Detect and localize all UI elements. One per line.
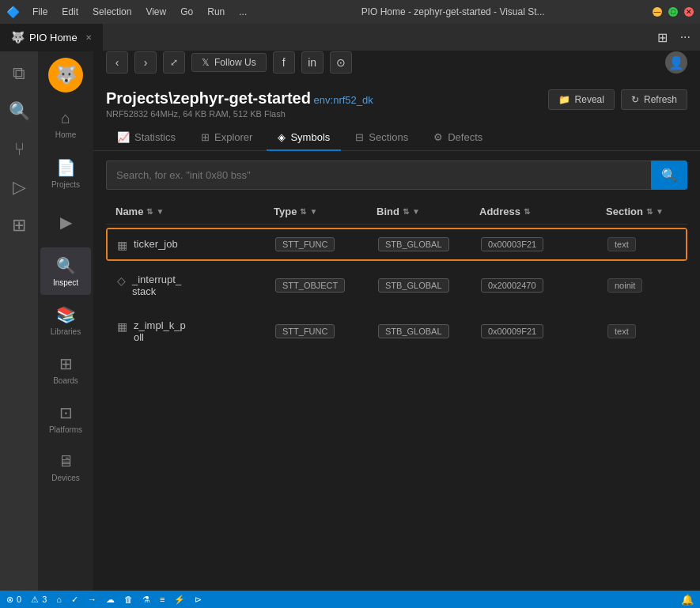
row-bind: STB_GLOBAL bbox=[378, 278, 481, 293]
table-row-content: ▦ ticker_job STT_FUNC STB_GLOBAL 0x00003… bbox=[108, 229, 686, 259]
tab-defects[interactable]: ⚙ Defects bbox=[422, 125, 494, 151]
menu-edit[interactable]: Edit bbox=[55, 5, 85, 19]
sidebar-item-projects[interactable]: 📄 Projects bbox=[40, 149, 91, 197]
type-sort-icon[interactable]: ⇅ bbox=[300, 207, 306, 216]
menu-go[interactable]: Go bbox=[174, 5, 199, 19]
status-check[interactable]: ✓ bbox=[71, 595, 78, 605]
menu-selection[interactable]: Selection bbox=[86, 5, 138, 19]
col-header-address[interactable]: Address ⇅ bbox=[479, 206, 606, 217]
close-button[interactable]: ✕ bbox=[684, 7, 694, 17]
sidebar-item-home[interactable]: ⌂ Home bbox=[40, 100, 91, 148]
github-button[interactable]: ⊙ bbox=[330, 51, 352, 74]
bind-filter-icon[interactable]: ▼ bbox=[412, 207, 420, 216]
search-input[interactable] bbox=[106, 160, 651, 190]
address-badge: 0x00009F21 bbox=[481, 324, 543, 338]
back-button[interactable]: ‹ bbox=[106, 51, 128, 74]
activity-scm[interactable]: ⑂ bbox=[0, 130, 38, 168]
table-row-ticker-job[interactable]: ▦ ticker_job STT_FUNC STB_GLOBAL 0x00003… bbox=[106, 228, 687, 261]
tab-close-button[interactable]: ✕ bbox=[85, 33, 92, 42]
sidebar-item-inspect[interactable]: 🔍 Inspect bbox=[40, 247, 91, 295]
split-editor-button[interactable]: ⊞ bbox=[654, 28, 671, 47]
status-list[interactable]: ≡ bbox=[160, 595, 165, 604]
status-terminal[interactable]: ⊳ bbox=[195, 595, 202, 605]
tab-explorer[interactable]: ⊞ Explorer bbox=[190, 125, 263, 151]
symbol-name: ticker_job bbox=[134, 238, 178, 250]
name-filter-icon[interactable]: ▼ bbox=[156, 207, 164, 216]
activity-debug[interactable]: ▷ bbox=[0, 168, 38, 206]
tab-icon: 🐺 bbox=[11, 31, 25, 43]
project-subtitle: NRF52832 64MHz, 64 KB RAM, 512 KB Flash bbox=[106, 109, 373, 119]
more-actions-button[interactable]: ··· bbox=[677, 28, 694, 46]
activity-explorer[interactable]: ⧉ bbox=[0, 55, 38, 93]
symbol-name: z_impl_k_poll bbox=[134, 319, 186, 343]
minimize-button[interactable]: — bbox=[653, 7, 662, 17]
bind-sort-icon[interactable]: ⇅ bbox=[403, 207, 409, 216]
refresh-button[interactable]: ↻ Refresh bbox=[621, 89, 687, 110]
status-home[interactable]: ⌂ bbox=[56, 595, 62, 604]
status-cloud[interactable]: ☁ bbox=[106, 595, 115, 605]
content-area: ‹ › ⤢ 𝕏 Follow Us f in ⊙ 👤 Projects\zeph… bbox=[93, 51, 700, 591]
titlebar-window-controls: — □ ✕ bbox=[653, 7, 694, 17]
section-sort-icon[interactable]: ⇅ bbox=[646, 207, 653, 216]
tab-statistics[interactable]: 📈 Statistics bbox=[106, 125, 187, 151]
reveal-label: Reveal bbox=[575, 94, 604, 105]
sections-tab-icon: ⊟ bbox=[355, 131, 364, 143]
status-warnings[interactable]: ⚠ 3 bbox=[31, 595, 47, 605]
activity-search[interactable]: 🔍 bbox=[0, 93, 38, 130]
status-errors[interactable]: ⊗ 0 bbox=[6, 595, 21, 605]
check-icon: ✓ bbox=[71, 595, 78, 605]
tab-symbols[interactable]: ◈ Symbols bbox=[267, 125, 341, 151]
table-row-content: ◇ _interrupt_stack STT_OBJECT STB_GLOBAL… bbox=[108, 266, 686, 305]
status-trash[interactable]: 🗑 bbox=[124, 595, 133, 604]
col-header-type[interactable]: Type ⇅ ▼ bbox=[274, 206, 376, 217]
col-header-section[interactable]: Section ⇅ ▼ bbox=[606, 206, 700, 217]
defects-tab-label: Defects bbox=[448, 131, 482, 143]
pio-logo[interactable]: 🐺 bbox=[48, 58, 83, 93]
col-header-bind[interactable]: Bind ⇅ ▼ bbox=[376, 206, 479, 217]
tab-sections[interactable]: ⊟ Sections bbox=[344, 125, 419, 151]
activity-extensions[interactable]: ⊞ bbox=[0, 206, 38, 244]
terminal-icon: ⊳ bbox=[195, 595, 202, 605]
search-button[interactable]: 🔍 bbox=[651, 160, 687, 190]
pio-home-tab[interactable]: 🐺 PIO Home ✕ bbox=[0, 24, 104, 51]
project-env: env:nrf52_dk bbox=[314, 94, 373, 106]
sidebar-item-platforms[interactable]: ⊡ Platforms bbox=[40, 395, 91, 442]
maximize-button[interactable]: □ bbox=[668, 7, 678, 17]
row-name-interrupt-stack: ◇ _interrupt_stack bbox=[117, 274, 275, 297]
sidebar-item-run[interactable]: ▶ bbox=[40, 198, 91, 246]
titlebar-left: 🔷 File Edit Selection View Go Run ... bbox=[6, 5, 253, 19]
table-row-z-impl-k-poll[interactable]: ▦ z_impl_k_poll STT_FUNC STB_GLOBAL 0x00… bbox=[106, 310, 687, 353]
status-flask[interactable]: ⚗ bbox=[142, 595, 150, 605]
status-arrow[interactable]: → bbox=[88, 595, 96, 604]
follow-us-button[interactable]: 𝕏 Follow Us bbox=[191, 53, 267, 72]
sidebar-item-libraries[interactable]: 📚 Libraries bbox=[40, 296, 91, 344]
section-filter-icon[interactable]: ▼ bbox=[656, 207, 664, 216]
table-row-interrupt-stack[interactable]: ◇ _interrupt_stack STT_OBJECT STB_GLOBAL… bbox=[106, 264, 687, 307]
follow-us-label: Follow Us bbox=[214, 57, 256, 68]
notification-bell[interactable]: 🔔 bbox=[681, 594, 694, 606]
status-plug[interactable]: ⚡ bbox=[174, 595, 185, 605]
type-filter-icon[interactable]: ▼ bbox=[309, 207, 317, 216]
object-icon: ◇ bbox=[117, 274, 126, 287]
name-sort-icon[interactable]: ⇅ bbox=[146, 207, 153, 216]
table-row-content: ▦ z_impl_k_poll STT_FUNC STB_GLOBAL 0x00… bbox=[108, 312, 686, 351]
symbols-table: Name ⇅ ▼ Type ⇅ ▼ Bind ⇅ ▼ Address ⇅ bbox=[93, 199, 700, 591]
linkedin-button[interactable]: in bbox=[301, 51, 324, 74]
reveal-button[interactable]: 📁 Reveal bbox=[548, 89, 615, 110]
menu-run[interactable]: Run bbox=[201, 5, 231, 19]
forward-button[interactable]: › bbox=[134, 51, 157, 74]
menu-more[interactable]: ... bbox=[233, 5, 253, 19]
address-badge: 0x20002470 bbox=[481, 278, 543, 293]
user-avatar[interactable]: 👤 bbox=[665, 51, 687, 74]
menu-file[interactable]: File bbox=[26, 5, 54, 19]
trash-icon: 🗑 bbox=[124, 595, 133, 604]
menu-view[interactable]: View bbox=[139, 5, 172, 19]
row-address: 0x20002470 bbox=[481, 278, 607, 293]
address-sort-icon[interactable]: ⇅ bbox=[524, 207, 530, 216]
col-header-name[interactable]: Name ⇅ ▼ bbox=[115, 206, 274, 217]
tab-label: PIO Home bbox=[29, 32, 78, 43]
sidebar-item-boards[interactable]: ⊞ Boards bbox=[40, 346, 91, 393]
expand-button[interactable]: ⤢ bbox=[163, 51, 185, 74]
sidebar-item-devices[interactable]: 🖥 Devices bbox=[40, 444, 91, 491]
facebook-button[interactable]: f bbox=[273, 51, 295, 74]
